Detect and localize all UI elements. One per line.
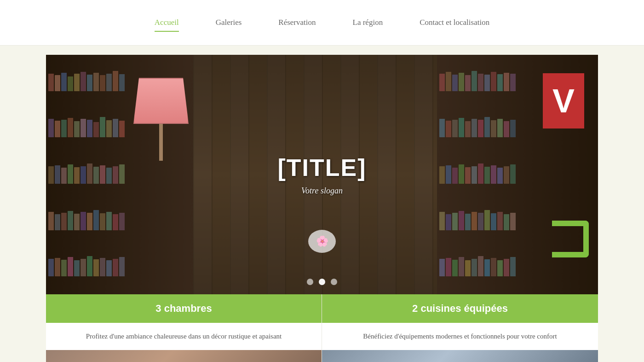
hero-title: [TITLE] — [277, 154, 366, 181]
cards-strip: 3 chambres Profitez d'une ambiance chale… — [46, 294, 598, 362]
card-chambres-header: 3 chambres — [46, 294, 322, 323]
card-chambres: 3 chambres Profitez d'une ambiance chale… — [46, 294, 322, 362]
card-chambres-desc: Profitez d'une ambiance chaleureuse dans… — [46, 323, 322, 350]
main-nav: Accueil Galeries Réservation La région C… — [0, 0, 644, 46]
card-chambres-image — [46, 350, 322, 362]
card-cuisines-desc: Bénéficiez d'équipements modernes et fon… — [322, 323, 598, 350]
nav-contact[interactable]: Contact et localisation — [420, 16, 489, 29]
nav-accueil[interactable]: Accueil — [155, 16, 179, 29]
slider-dot-1[interactable] — [307, 279, 313, 285]
card-cuisines-image — [322, 350, 598, 362]
slider-dots — [307, 279, 337, 285]
nav-region[interactable]: La région — [353, 16, 383, 29]
hero-slider: V 🌸 [TITLE] Votre slogan — [46, 55, 598, 294]
hero-wrapper: V 🌸 [TITLE] Votre slogan — [0, 46, 644, 362]
slider-dot-3[interactable] — [331, 279, 337, 285]
card-cuisines: 2 cuisines équipées Bénéficiez d'équipem… — [322, 294, 598, 362]
card-cuisines-header: 2 cuisines équipées — [322, 294, 598, 323]
nav-reservation[interactable]: Réservation — [278, 16, 316, 29]
page-background: V 🌸 [TITLE] Votre slogan — [0, 46, 644, 362]
hero-slogan: Votre slogan — [277, 186, 366, 196]
nav-galeries[interactable]: Galeries — [216, 16, 242, 29]
hero-text-block: [TITLE] Votre slogan — [277, 154, 366, 196]
slider-dot-2[interactable] — [319, 279, 325, 285]
